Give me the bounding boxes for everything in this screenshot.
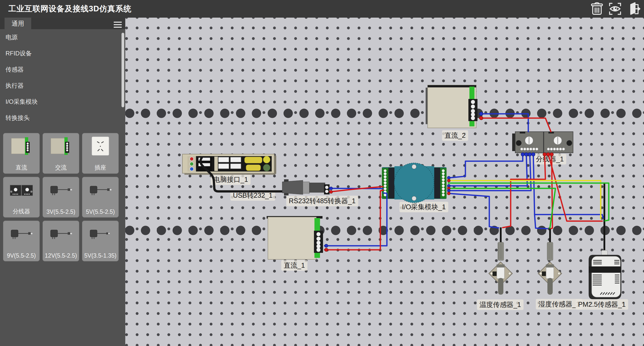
pegboard-slot-band-bottom xyxy=(125,225,644,236)
palette-label: 插座 xyxy=(82,164,118,171)
palette-item-ac[interactable]: 交流 xyxy=(43,133,79,174)
device-label[interactable]: 直流_2 xyxy=(442,130,468,141)
palette-item-socket[interactable]: 插座 xyxy=(82,133,119,174)
palette-label: 交流 xyxy=(43,164,79,171)
palette-item-dc[interactable]: 直流 xyxy=(3,133,40,174)
palette-item-3v[interactable]: 3V(5.5-2.5) xyxy=(43,177,79,218)
menu-item-sensor[interactable]: 传感器 xyxy=(0,61,125,78)
title-bar: 工业互联网设备及接线3D仿真系统 xyxy=(0,0,644,18)
menu-item-io-module[interactable]: I/O采集模块 xyxy=(0,94,125,110)
device-label[interactable]: USB转232_1 xyxy=(230,190,275,201)
device-label[interactable]: PM2.5传感器_1 xyxy=(576,299,628,310)
device-label[interactable]: 温度传感器_1 xyxy=(477,299,524,310)
device-label[interactable]: RS232转485转换器_1 xyxy=(286,196,358,206)
trash-icon[interactable] xyxy=(590,2,604,16)
palette-label: 分线器 xyxy=(3,207,39,215)
view-focus-icon[interactable] xyxy=(608,2,622,16)
palette-label: 5V(3.5-1.35) xyxy=(82,252,118,259)
palette-label: 5V(5.5-2.5) xyxy=(82,209,118,215)
palette-label: 12V(5.5-2.5) xyxy=(43,252,79,259)
pegboard-slot-band-top xyxy=(125,108,644,119)
palette-label: 直流 xyxy=(3,164,39,171)
palette-label: 3V(5.5-2.5) xyxy=(43,209,79,215)
menu-item-actuator[interactable]: 执行器 xyxy=(0,78,125,94)
sidebar-tab-row: 通用 xyxy=(0,18,125,29)
palette-item-5v-small[interactable]: 5V(3.5-1.35) xyxy=(82,221,119,261)
menu-item-rfid[interactable]: RFID设备 xyxy=(0,45,125,61)
exit-icon[interactable] xyxy=(626,2,640,16)
menu-item-power[interactable]: 电源 xyxy=(0,29,125,45)
palette-item-5v[interactable]: 5V(5.5-2.5) xyxy=(82,177,119,218)
menu-icon[interactable] xyxy=(114,22,122,28)
device-label[interactable]: 分线器_1 xyxy=(533,154,566,164)
palette-item-9v[interactable]: 9V(5.5-2.5) xyxy=(3,221,40,261)
sidebar: 通用 电源 RFID设备 传感器 执行器 I/O采集模块 转换接头 直流 xyxy=(0,18,125,346)
palette-item-12v[interactable]: 12V(5.5-2.5) xyxy=(43,221,79,261)
device-label[interactable]: 直流_1 xyxy=(281,260,307,271)
device-label[interactable]: I/O采集模块_1 xyxy=(399,202,448,212)
app-title: 工业互联网设备及接线3D仿真系统 xyxy=(8,0,132,18)
palette-item-splitter[interactable]: 分线器 xyxy=(3,177,40,218)
menu-item-adapter[interactable]: 转换接头 xyxy=(0,110,125,126)
category-menu: 电源 RFID设备 传感器 执行器 I/O采集模块 转换接头 xyxy=(0,29,125,126)
palette-label: 9V(5.5-2.5) xyxy=(3,252,39,259)
tab-general[interactable]: 通用 xyxy=(5,18,31,29)
device-label[interactable]: 电脑接口_1 xyxy=(211,174,251,185)
sidebar-scrollbar[interactable] xyxy=(122,33,124,107)
